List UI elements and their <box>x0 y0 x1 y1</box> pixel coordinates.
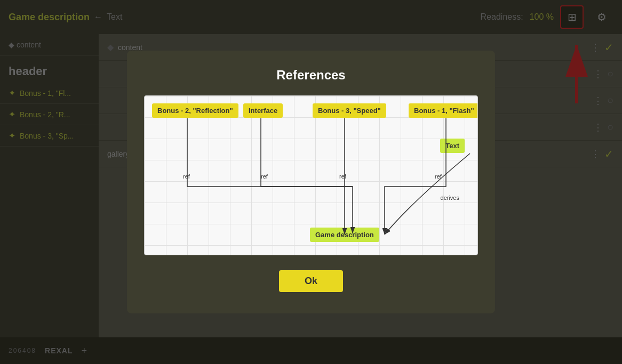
bonus1-node: Bonus - 1, "Flash" <box>409 103 478 118</box>
references-diagram: Bonus - 2, "Reflection" Interface Bonus … <box>144 95 478 255</box>
modal-title: References <box>144 68 478 83</box>
derives-label: derives <box>441 195 459 201</box>
modal-overlay: References Bonus - 2, "Reflection" Inter… <box>0 0 622 364</box>
ref-label-4: ref <box>435 173 442 180</box>
ok-button[interactable]: Ok <box>279 270 343 292</box>
ref-label-1: ref <box>183 173 190 180</box>
interface-node: Interface <box>243 103 283 118</box>
bonus3-node: Bonus - 3, "Speed" <box>313 103 386 118</box>
ref-label-3: ref <box>339 173 346 180</box>
text-node: Text <box>440 139 465 153</box>
ref-label-2: ref <box>261 173 268 180</box>
references-modal: References Bonus - 2, "Reflection" Inter… <box>127 51 495 313</box>
bonus2-node: Bonus - 2, "Reflection" <box>152 103 238 118</box>
game-description-node: Game description <box>310 228 379 242</box>
